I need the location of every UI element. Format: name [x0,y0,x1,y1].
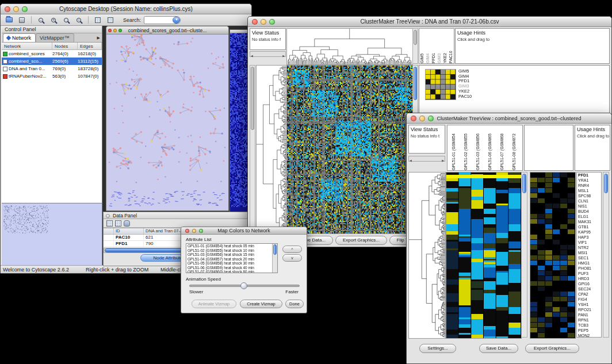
zoom-heatmap-canvas[interactable] [530,172,576,339]
minimize-button[interactable] [13,6,19,12]
scroll-thumb[interactable] [414,30,417,45]
scroll-right-icon[interactable] [282,49,285,59]
gene-label[interactable]: YSH1 [578,302,601,307]
scroll-left-icon[interactable] [250,49,253,59]
heatmap-vscrollbar[interactable] [521,172,527,338]
move-up-button[interactable]: ^ [282,246,302,253]
col-edges[interactable]: Edges [78,43,102,49]
export-graphics-button[interactable]: Export Graphics... [335,236,387,245]
gene-label[interactable]: MSL1 [578,188,601,193]
attribute-item[interactable]: GPL51-01 (GSM854) heat shock 05 min [186,244,272,248]
tab-overflow-icon[interactable] [97,36,100,40]
network-overview-panel[interactable] [2,203,102,265]
gene-label[interactable]: ELG1 [578,214,601,219]
gene-label[interactable]: HRD3 [578,276,601,281]
close-button[interactable] [252,19,258,25]
heatmap-canvas[interactable] [446,172,522,339]
create-attribute-icon[interactable] [115,220,121,227]
search-input[interactable] [144,16,181,24]
minimize-button[interactable] [192,229,196,233]
attribute-item[interactable]: GPL51-07 (GSM860) heat shock 60 min [186,270,272,273]
gene-label[interactable]: RNR4 [578,183,601,188]
row-dendrogram-canvas[interactable] [256,65,287,234]
attribute-item[interactable]: GPL51-06 (GSM859) heat shock 40 min [186,266,272,270]
network-row[interactable]: DNA and Tran 0... 769(0) 183728(0) [2,65,102,72]
gene-label[interactable]: PFD1 [578,173,601,178]
list-vscrollbar[interactable] [272,244,277,273]
treeview-dna-titlebar[interactable]: ClusterMaker TreeView : DNA and Tran 07-… [248,17,611,27]
zoom-in-button[interactable]: + [48,15,59,25]
minimize-button[interactable] [419,116,425,121]
minimize-button[interactable] [261,19,266,25]
network-row[interactable]: combined_scores 2764(0) 16218(0) [2,50,102,58]
gene-label[interactable]: SEC1 [578,255,601,260]
network-row-selected[interactable]: combined_sco... 2569(6) 13112(15) [2,58,102,65]
slider-thumb[interactable] [240,282,247,289]
create-vizmap-button[interactable]: Create Vizmap [240,300,282,308]
gene-label[interactable]: SPC98 [578,193,601,198]
scroll-thumb[interactable] [273,244,277,255]
scroll-thumb[interactable] [251,67,254,130]
column-dendrogram-canvas[interactable] [286,28,413,65]
column-scrollbar[interactable] [412,28,418,64]
select-attributes-icon[interactable] [106,220,113,227]
gene-label[interactable]: MSI1 [578,250,601,255]
gene-label[interactable]: CLN1 [578,198,601,204]
zoom-out-button[interactable]: - [35,15,47,25]
col-network[interactable]: Network [2,43,52,49]
close-button[interactable] [5,6,10,12]
combo-arrow-icon[interactable] [173,17,180,24]
animate-vizmap-button[interactable]: Animate Vizmap [192,300,236,308]
scroll-thumb[interactable] [522,174,526,193]
network-overview-canvas[interactable] [2,204,101,265]
gene-label[interactable]: KAP95 [578,229,601,235]
zoom-fit-button[interactable] [60,15,72,25]
gene-label[interactable]: GTB1 [578,224,601,229]
gene-label[interactable]: MAK31 [578,219,601,224]
settings-button[interactable]: Settings... [419,344,456,353]
scroll-right-icon[interactable] [442,154,445,164]
tab-vizmapper[interactable]: VizMapper™ [36,33,74,42]
gene-label[interactable]: HAP3 [578,235,601,240]
gene-label[interactable]: PUF3 [578,271,601,276]
gene-label[interactable]: PEP5 [578,328,601,333]
zoom-button[interactable] [199,229,203,233]
save-data-button[interactable]: Save Data... [479,344,518,353]
gene-label[interactable]: BUD4 [578,209,601,214]
panel-dot-icon[interactable] [106,214,110,218]
col-nodes[interactable]: Nodes [52,43,78,49]
treeview-combined-titlebar[interactable]: ClusterMaker TreeView : combined_scores_… [407,113,611,124]
status-hscrollbar[interactable] [408,156,445,162]
gene-label[interactable]: NTR2 [578,245,601,250]
main-titlebar[interactable]: Cytoscape Desktop (Session Name: collins… [1,4,251,14]
gene-label[interactable]: SEC24 [578,286,601,292]
attribute-item[interactable]: GPL51-03 (GSM856) heat shock 15 min [186,252,272,257]
save-button[interactable] [16,15,28,25]
status-hscrollbar[interactable] [250,51,286,57]
zoom-button[interactable] [428,116,434,121]
tab-network[interactable]: Network [3,33,36,42]
scroll-thumb[interactable] [604,174,608,193]
attribute-item[interactable]: GPL51-04 (GSM857) heat shock 20 min [186,257,272,262]
minimize-button[interactable] [113,29,117,32]
close-button[interactable] [185,229,189,233]
speed-slider[interactable] [189,285,300,287]
close-button[interactable] [411,116,416,121]
scroll-left-icon[interactable] [409,154,412,164]
zoom-button[interactable] [22,6,28,12]
heatmap-canvas[interactable] [286,65,413,234]
overlap-button[interactable] [105,15,116,25]
gene-label[interactable]: TCB3 [578,323,601,328]
background-network-window[interactable] [230,29,249,212]
network-row[interactable]: tRNAPuberNov2... 563(0) 107847(0) [2,72,102,80]
network-canvas[interactable] [106,35,228,210]
network-view-titlebar[interactable]: combined_scores_good.txt--cluste... [106,26,228,35]
move-down-button[interactable]: v [282,254,302,262]
attribute-listbox[interactable]: GPL51-01 (GSM854) heat shock 05 minGPL51… [186,243,278,273]
col-id[interactable]: ID [114,228,144,234]
gene-label[interactable]: PHO81 [578,266,601,271]
zoom-button[interactable] [118,29,122,32]
close-button[interactable] [108,29,112,32]
gene-label[interactable]: MON2 [578,333,601,338]
export-graphics-button[interactable]: Export Graphics... [525,344,579,353]
